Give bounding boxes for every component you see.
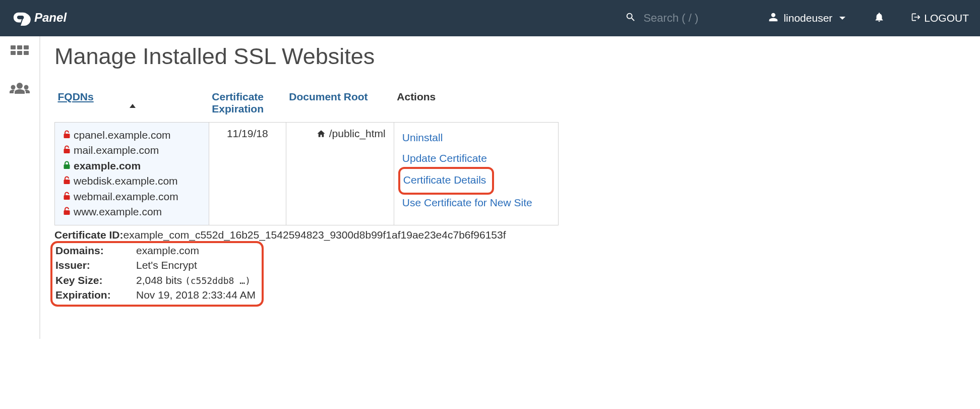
ssl-table: FQDNs Certificate Expiration Document Ro… <box>54 87 559 225</box>
person-icon <box>768 12 778 25</box>
logout-label: LOGOUT <box>924 12 969 24</box>
lock-open-icon <box>63 128 71 143</box>
svg-point-9 <box>24 85 29 90</box>
cert-id-value: example_com_c552d_16b25_1542594823_9300d… <box>124 227 506 242</box>
svg-rect-6 <box>24 51 29 55</box>
col-header-expiration[interactable]: Certificate Expiration <box>209 87 286 123</box>
svg-rect-11 <box>64 149 70 153</box>
expiration-value: Nov 19, 2018 2:33:44 AM <box>136 287 256 302</box>
sidebar-users-icon[interactable] <box>10 82 30 98</box>
domain-name: mail.example.com <box>74 143 159 158</box>
action-uninstall[interactable]: Uninstall <box>402 128 550 148</box>
fqdn-domain: www.example.com <box>63 204 201 219</box>
lock-closed-icon <box>63 158 71 173</box>
search-input[interactable] <box>643 12 734 25</box>
issuer-value: Let's Encrypt <box>136 258 197 272</box>
svg-rect-13 <box>64 180 70 184</box>
svg-rect-5 <box>17 51 22 55</box>
domains-value: example.com <box>136 243 199 258</box>
bell-icon <box>874 16 885 24</box>
main-content: Manage Installed SSL Websites FQDNs Cert… <box>40 36 980 339</box>
keysize-value: 2,048 bits <box>136 274 182 286</box>
svg-point-7 <box>17 83 23 89</box>
highlight-certificate-info: Domains: example.com Issuer: Let's Encry… <box>50 241 264 307</box>
lock-open-icon <box>63 189 71 204</box>
top-navbar: Panel linodeuser LOGOUT <box>0 0 980 36</box>
svg-rect-1 <box>11 45 16 49</box>
logout-button[interactable]: LOGOUT <box>899 12 969 25</box>
lock-open-icon <box>63 143 71 158</box>
user-menu[interactable]: linodeuser <box>754 12 860 25</box>
navbar-search[interactable] <box>625 12 734 25</box>
username-label: linodeuser <box>783 12 832 24</box>
caret-down-icon <box>839 17 845 20</box>
action-use-certificate-new-site[interactable]: Use Certificate for New Site <box>402 193 550 213</box>
svg-point-8 <box>11 85 16 90</box>
svg-rect-3 <box>24 45 29 49</box>
actions-cell: Uninstall Update Certificate Certificate… <box>394 123 558 225</box>
sidebar-apps-icon[interactable] <box>11 45 29 62</box>
expiration-cell: 11/19/18 <box>209 123 286 225</box>
lock-open-icon <box>63 204 71 219</box>
fqdn-domain: webdisk.example.com <box>63 173 201 189</box>
cert-id-label: Certificate ID: <box>54 227 124 242</box>
fqdn-domain: example.com <box>63 158 201 173</box>
lock-open-icon <box>63 173 71 189</box>
domains-label: Domains: <box>55 243 136 258</box>
docroot-cell: /public_html <box>286 123 394 225</box>
svg-text:Panel: Panel <box>34 11 68 24</box>
fqdn-cell: cpanel.example.commail.example.comexampl… <box>55 123 209 225</box>
domain-name: cpanel.example.com <box>74 128 171 143</box>
expiration-label: Expiration: <box>55 287 136 302</box>
highlight-certificate-details: Certificate Details <box>398 167 495 195</box>
certificate-details-panel: Certificate ID: example_com_c552d_16b25_… <box>54 227 980 307</box>
col-header-docroot[interactable]: Document Root <box>286 87 394 123</box>
svg-rect-2 <box>17 45 22 49</box>
fqdn-domain: mail.example.com <box>63 143 201 158</box>
domain-name: example.com <box>74 158 141 173</box>
fqdn-domain: cpanel.example.com <box>63 128 201 143</box>
left-sidebar <box>0 36 40 339</box>
search-icon <box>625 12 636 25</box>
cpanel-logo[interactable]: Panel <box>12 10 98 27</box>
notifications-button[interactable] <box>860 12 899 25</box>
sort-ascending-icon <box>130 104 136 108</box>
issuer-label: Issuer: <box>55 258 136 272</box>
svg-rect-4 <box>11 51 16 55</box>
logout-icon <box>911 12 921 25</box>
col-header-actions: Actions <box>394 87 558 123</box>
home-icon <box>316 128 329 139</box>
svg-rect-10 <box>64 134 70 138</box>
action-update-certificate[interactable]: Update Certificate <box>402 148 550 169</box>
fqdn-domain: webmail.example.com <box>63 189 201 204</box>
domain-name: webmail.example.com <box>74 189 178 204</box>
svg-rect-15 <box>64 210 70 215</box>
svg-rect-12 <box>64 164 70 169</box>
domain-name: webdisk.example.com <box>74 173 178 189</box>
domain-name: www.example.com <box>74 204 162 219</box>
svg-rect-14 <box>64 195 70 200</box>
keysize-label: Key Size: <box>55 273 136 287</box>
table-row: cpanel.example.commail.example.comexampl… <box>55 123 559 225</box>
col-header-fqdns[interactable]: FQDNs <box>55 87 209 123</box>
action-certificate-details[interactable]: Certificate Details <box>403 174 486 186</box>
page-title: Manage Installed SSL Websites <box>54 43 980 70</box>
keysize-hash: (c552ddb8 …) <box>185 275 251 286</box>
